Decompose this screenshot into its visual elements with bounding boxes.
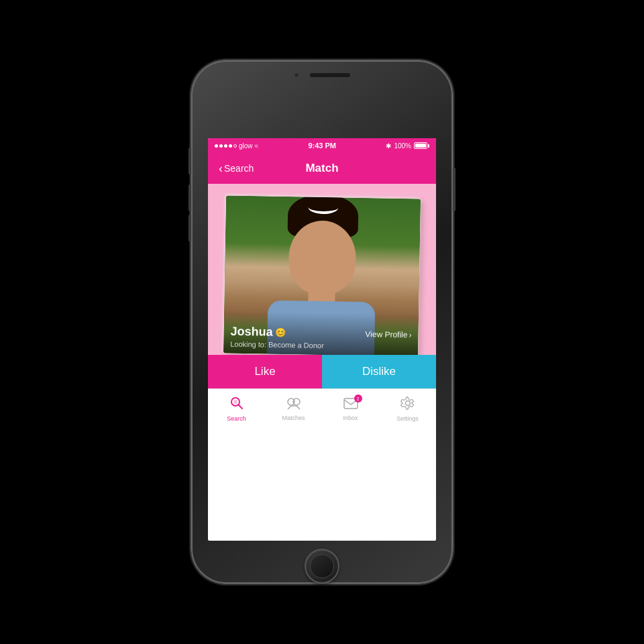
like-button[interactable]: Like <box>208 355 322 388</box>
tab-search[interactable]: Search <box>208 396 265 422</box>
status-left: glow ≈ <box>215 142 258 150</box>
phone-shell: glow ≈ 9:43 PM ✱ 100% ‹ Search Ma <box>191 60 453 584</box>
profile-name: Joshua 😊 <box>230 325 286 339</box>
view-profile-label: View Profile <box>365 329 407 339</box>
bluetooth-icon: ✱ <box>386 142 391 150</box>
battery-icon <box>414 142 429 149</box>
svg-point-6 <box>405 401 410 406</box>
signal-dot-2 <box>219 144 223 148</box>
back-label: Search <box>224 163 254 174</box>
gear-icon <box>400 396 415 413</box>
tab-settings-label: Settings <box>396 415 419 422</box>
status-right: ✱ 100% <box>386 142 429 150</box>
chevron-left-icon: ‹ <box>219 162 223 176</box>
inbox-badge-container: 2 <box>343 396 358 413</box>
profile-photo: Joshua 😊 View Profile › Looking to: Beco… <box>223 195 421 355</box>
tab-settings[interactable]: Settings <box>379 396 436 422</box>
home-button-inner <box>310 554 334 578</box>
chevron-right-icon: › <box>409 330 411 339</box>
speaker <box>310 73 350 77</box>
action-buttons: Like Dislike <box>208 355 436 388</box>
carrier-label: glow <box>239 142 253 150</box>
smile <box>308 201 338 215</box>
signal-dots <box>215 144 237 148</box>
signal-dot-5 <box>233 144 237 148</box>
matches-icon <box>286 396 302 413</box>
camera <box>294 72 299 78</box>
main-content: Joshua 😊 View Profile › Looking to: Beco… <box>208 184 436 355</box>
home-button[interactable] <box>305 549 339 584</box>
signal-dot-1 <box>215 144 218 148</box>
inbox-badge: 2 <box>354 394 362 402</box>
photo-overlay: Joshua 😊 View Profile › Looking to: Beco… <box>223 311 419 355</box>
time-display: 9:43 PM <box>308 142 336 150</box>
battery-percentage: 100% <box>394 142 411 150</box>
page-title: Match <box>305 162 338 175</box>
tab-matches[interactable]: Matches <box>265 396 322 421</box>
phone-top-bar <box>191 60 453 85</box>
search-icon <box>229 396 244 413</box>
head <box>288 220 357 295</box>
profile-subtitle: Looking to: Become a Donor <box>230 340 411 352</box>
back-button[interactable]: ‹ Search <box>219 162 254 176</box>
verified-badge: 😊 <box>275 327 286 337</box>
wifi-icon: ≈ <box>255 142 259 150</box>
dislike-button[interactable]: Dislike <box>322 355 436 388</box>
tab-inbox[interactable]: 2 Inbox <box>322 396 379 421</box>
tab-search-label: Search <box>227 415 246 422</box>
screen: glow ≈ 9:43 PM ✱ 100% ‹ Search Ma <box>208 138 436 541</box>
navigation-bar: ‹ Search Match <box>208 153 436 184</box>
tab-inbox-label: Inbox <box>343 415 358 421</box>
profile-name-row: Joshua 😊 View Profile › <box>230 325 411 342</box>
view-profile-button[interactable]: View Profile › <box>365 329 411 339</box>
signal-dot-4 <box>229 144 232 148</box>
name-text: Joshua <box>230 325 272 339</box>
svg-point-1 <box>233 400 237 404</box>
tab-bar: Search Matches <box>208 388 436 429</box>
svg-line-2 <box>239 405 242 409</box>
status-bar: glow ≈ 9:43 PM ✱ 100% <box>208 138 436 153</box>
tab-matches-label: Matches <box>282 415 305 421</box>
signal-dot-3 <box>224 144 227 148</box>
profile-card: Joshua 😊 View Profile › Looking to: Beco… <box>223 195 421 355</box>
